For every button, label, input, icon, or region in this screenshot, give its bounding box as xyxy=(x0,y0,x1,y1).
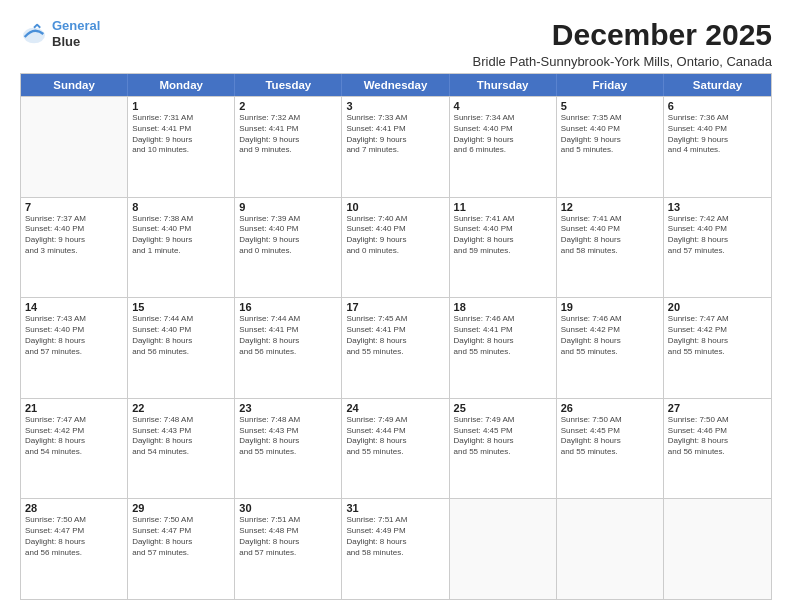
cell-info-line: Sunset: 4:46 PM xyxy=(668,426,767,437)
day-number: 26 xyxy=(561,402,659,414)
cell-info-line: Daylight: 8 hours xyxy=(346,436,444,447)
cell-info-line: and 0 minutes. xyxy=(239,246,337,257)
cal-cell-r1-c7: 6Sunrise: 7:36 AMSunset: 4:40 PMDaylight… xyxy=(664,97,771,197)
cell-info-line: Sunset: 4:40 PM xyxy=(561,224,659,235)
cell-info-line: Sunrise: 7:37 AM xyxy=(25,214,123,225)
cell-info-line: and 55 minutes. xyxy=(454,347,552,358)
cell-info-line: and 7 minutes. xyxy=(346,145,444,156)
cell-info-line: Daylight: 9 hours xyxy=(132,235,230,246)
day-number: 5 xyxy=(561,100,659,112)
cell-info-line: Sunrise: 7:41 AM xyxy=(561,214,659,225)
cell-info-line: Daylight: 8 hours xyxy=(346,537,444,548)
cell-info-line: and 57 minutes. xyxy=(25,347,123,358)
calendar-row-4: 21Sunrise: 7:47 AMSunset: 4:42 PMDayligh… xyxy=(21,398,771,499)
cell-info-line: Sunrise: 7:39 AM xyxy=(239,214,337,225)
cell-info-line: Daylight: 8 hours xyxy=(561,436,659,447)
cell-info-line: Daylight: 8 hours xyxy=(239,537,337,548)
subtitle: Bridle Path-Sunnybrook-York Mills, Ontar… xyxy=(473,54,772,69)
day-number: 28 xyxy=(25,502,123,514)
cell-info-line: and 58 minutes. xyxy=(561,246,659,257)
day-number: 25 xyxy=(454,402,552,414)
cell-info-line: Sunset: 4:40 PM xyxy=(454,124,552,135)
cell-info-line: and 54 minutes. xyxy=(25,447,123,458)
cell-info-line: Sunset: 4:41 PM xyxy=(346,124,444,135)
cell-info-line: Sunrise: 7:34 AM xyxy=(454,113,552,124)
header-tuesday: Tuesday xyxy=(235,74,342,96)
cell-info-line: Sunrise: 7:50 AM xyxy=(561,415,659,426)
cell-info-line: Sunrise: 7:50 AM xyxy=(668,415,767,426)
day-number: 13 xyxy=(668,201,767,213)
cell-info-line: Sunrise: 7:36 AM xyxy=(668,113,767,124)
day-number: 23 xyxy=(239,402,337,414)
cell-info-line: Sunrise: 7:49 AM xyxy=(346,415,444,426)
day-number: 7 xyxy=(25,201,123,213)
cell-info-line: Daylight: 8 hours xyxy=(454,235,552,246)
header-saturday: Saturday xyxy=(664,74,771,96)
cell-info-line: and 57 minutes. xyxy=(239,548,337,559)
header-monday: Monday xyxy=(128,74,235,96)
cell-info-line: Sunrise: 7:31 AM xyxy=(132,113,230,124)
day-number: 27 xyxy=(668,402,767,414)
cell-info-line: Sunrise: 7:46 AM xyxy=(454,314,552,325)
cell-info-line: and 55 minutes. xyxy=(346,447,444,458)
cell-info-line: and 57 minutes. xyxy=(668,246,767,257)
cell-info-line: Sunset: 4:40 PM xyxy=(668,124,767,135)
cell-info-line: Sunset: 4:41 PM xyxy=(132,124,230,135)
main-title: December 2025 xyxy=(473,18,772,52)
cal-cell-r4-c5: 25Sunrise: 7:49 AMSunset: 4:45 PMDayligh… xyxy=(450,399,557,499)
logo-text: General Blue xyxy=(52,18,100,49)
cell-info-line: Daylight: 9 hours xyxy=(346,135,444,146)
cell-info-line: Daylight: 9 hours xyxy=(561,135,659,146)
calendar-row-1: 1Sunrise: 7:31 AMSunset: 4:41 PMDaylight… xyxy=(21,96,771,197)
cell-info-line: Sunset: 4:43 PM xyxy=(239,426,337,437)
cal-cell-r4-c1: 21Sunrise: 7:47 AMSunset: 4:42 PMDayligh… xyxy=(21,399,128,499)
cell-info-line: Daylight: 9 hours xyxy=(454,135,552,146)
cal-cell-r3-c7: 20Sunrise: 7:47 AMSunset: 4:42 PMDayligh… xyxy=(664,298,771,398)
cell-info-line: and 55 minutes. xyxy=(454,447,552,458)
cell-info-line: Sunrise: 7:44 AM xyxy=(239,314,337,325)
page: General Blue December 2025 Bridle Path-S… xyxy=(0,0,792,612)
day-number: 20 xyxy=(668,301,767,313)
cell-info-line: Sunset: 4:42 PM xyxy=(668,325,767,336)
day-number: 6 xyxy=(668,100,767,112)
cal-cell-r1-c2: 1Sunrise: 7:31 AMSunset: 4:41 PMDaylight… xyxy=(128,97,235,197)
header-thursday: Thursday xyxy=(450,74,557,96)
cal-cell-r4-c4: 24Sunrise: 7:49 AMSunset: 4:44 PMDayligh… xyxy=(342,399,449,499)
day-number: 29 xyxy=(132,502,230,514)
day-number: 18 xyxy=(454,301,552,313)
day-number: 21 xyxy=(25,402,123,414)
cell-info-line: Daylight: 8 hours xyxy=(25,436,123,447)
calendar: Sunday Monday Tuesday Wednesday Thursday… xyxy=(20,73,772,600)
cal-cell-r3-c6: 19Sunrise: 7:46 AMSunset: 4:42 PMDayligh… xyxy=(557,298,664,398)
cell-info-line: and 56 minutes. xyxy=(25,548,123,559)
cell-info-line: Sunset: 4:40 PM xyxy=(132,325,230,336)
cal-cell-r3-c5: 18Sunrise: 7:46 AMSunset: 4:41 PMDayligh… xyxy=(450,298,557,398)
cell-info-line: Daylight: 8 hours xyxy=(132,537,230,548)
cell-info-line: and 10 minutes. xyxy=(132,145,230,156)
cal-cell-r3-c4: 17Sunrise: 7:45 AMSunset: 4:41 PMDayligh… xyxy=(342,298,449,398)
calendar-row-2: 7Sunrise: 7:37 AMSunset: 4:40 PMDaylight… xyxy=(21,197,771,298)
cell-info-line: Sunrise: 7:46 AM xyxy=(561,314,659,325)
cell-info-line: and 1 minute. xyxy=(132,246,230,257)
cell-info-line: and 56 minutes. xyxy=(239,347,337,358)
cal-cell-r2-c7: 13Sunrise: 7:42 AMSunset: 4:40 PMDayligh… xyxy=(664,198,771,298)
cal-cell-r4-c3: 23Sunrise: 7:48 AMSunset: 4:43 PMDayligh… xyxy=(235,399,342,499)
cell-info-line: and 9 minutes. xyxy=(239,145,337,156)
cell-info-line: Daylight: 8 hours xyxy=(561,336,659,347)
cell-info-line: and 55 minutes. xyxy=(668,347,767,358)
cell-info-line: Sunset: 4:47 PM xyxy=(132,526,230,537)
cell-info-line: Sunrise: 7:47 AM xyxy=(668,314,767,325)
cal-cell-r3-c1: 14Sunrise: 7:43 AMSunset: 4:40 PMDayligh… xyxy=(21,298,128,398)
cell-info-line: Sunset: 4:41 PM xyxy=(346,325,444,336)
cal-cell-r1-c4: 3Sunrise: 7:33 AMSunset: 4:41 PMDaylight… xyxy=(342,97,449,197)
cell-info-line: Daylight: 8 hours xyxy=(668,336,767,347)
cell-info-line: Sunset: 4:40 PM xyxy=(25,325,123,336)
cal-cell-r5-c4: 31Sunrise: 7:51 AMSunset: 4:49 PMDayligh… xyxy=(342,499,449,599)
day-number: 3 xyxy=(346,100,444,112)
day-number: 12 xyxy=(561,201,659,213)
cell-info-line: Daylight: 8 hours xyxy=(668,235,767,246)
header: General Blue December 2025 Bridle Path-S… xyxy=(20,18,772,69)
cell-info-line: Sunset: 4:42 PM xyxy=(561,325,659,336)
cell-info-line: Sunset: 4:42 PM xyxy=(25,426,123,437)
cell-info-line: Sunrise: 7:51 AM xyxy=(346,515,444,526)
